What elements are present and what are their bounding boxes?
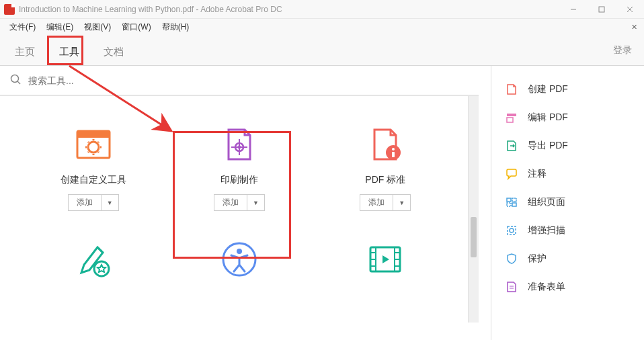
accessibility-icon bbox=[218, 238, 261, 281]
search-input[interactable] bbox=[28, 75, 469, 86]
svg-rect-31 bbox=[507, 203, 511, 206]
tool-card-accessibility[interactable] bbox=[172, 238, 307, 289]
svg-point-34 bbox=[510, 228, 514, 232]
print-production-icon bbox=[218, 123, 261, 166]
window-title: Introduction to Machine Learning with Py… bbox=[19, 5, 559, 14]
sidebar-item-label: 增强扫描 bbox=[528, 224, 565, 237]
svg-point-8 bbox=[88, 142, 99, 153]
sidebar-item-label: 组织页面 bbox=[528, 196, 565, 208]
menu-edit[interactable]: 编辑(E) bbox=[41, 22, 79, 33]
tab-home[interactable]: 主页 bbox=[11, 40, 39, 65]
svg-rect-33 bbox=[508, 226, 516, 235]
tool-card-custom[interactable]: 创建自定义工具 添加 ▼ bbox=[26, 123, 161, 211]
media-icon bbox=[364, 238, 407, 281]
title-bar: Introduction to Machine Learning with Py… bbox=[0, 0, 644, 19]
sidebar-item-label: 注释 bbox=[528, 168, 547, 180]
protect-icon bbox=[505, 252, 518, 265]
tool-card-media[interactable] bbox=[318, 238, 452, 289]
enhance-scan-icon bbox=[505, 224, 518, 237]
svg-rect-13 bbox=[392, 148, 395, 151]
tab-tools[interactable]: 工具 bbox=[55, 40, 83, 65]
tool-title: 印刷制作 bbox=[220, 174, 258, 186]
search-bar bbox=[0, 66, 479, 95]
svg-rect-28 bbox=[507, 118, 513, 122]
sidebar-item-label: 准备表单 bbox=[528, 281, 565, 293]
login-link[interactable]: 登录 bbox=[613, 44, 632, 56]
tool-card-certificates[interactable] bbox=[26, 238, 161, 289]
menu-bar: 文件(F) 编辑(E) 视图(V) 窗口(W) 帮助(H) ✕ bbox=[0, 19, 644, 35]
app-icon bbox=[4, 4, 15, 15]
right-panel: 创建 PDF 编辑 PDF 导出 PDF 注释 组织页面 增强扫描 保护 准备表… bbox=[491, 66, 644, 340]
chevron-down-icon: ▼ bbox=[393, 198, 410, 208]
menu-file[interactable]: 文件(F) bbox=[4, 22, 41, 33]
svg-line-5 bbox=[17, 81, 20, 84]
pdf-standard-icon bbox=[364, 123, 407, 166]
add-button[interactable]: 添加 ▼ bbox=[68, 194, 119, 211]
svg-point-17 bbox=[237, 249, 242, 254]
menu-view[interactable]: 视图(V) bbox=[79, 22, 116, 33]
sidebar-item-enhance-scan[interactable]: 增强扫描 bbox=[491, 216, 644, 245]
menu-help[interactable]: 帮助(H) bbox=[157, 22, 195, 33]
tools-panel: 创建自定义工具 添加 ▼ 印刷制作 添加 bbox=[0, 95, 479, 323]
add-button-label: 添加 bbox=[360, 195, 393, 210]
sidebar-item-label: 编辑 PDF bbox=[528, 112, 568, 124]
create-pdf-icon bbox=[505, 83, 518, 96]
scrollbar[interactable] bbox=[468, 96, 479, 323]
add-button[interactable]: 添加 ▼ bbox=[214, 194, 265, 211]
svg-rect-29 bbox=[507, 198, 511, 202]
sidebar-item-organize[interactable]: 组织页面 bbox=[491, 188, 644, 216]
tool-card-print[interactable]: 印刷制作 添加 ▼ bbox=[172, 123, 307, 211]
add-button-label: 添加 bbox=[69, 195, 102, 210]
tools-grid: 创建自定义工具 添加 ▼ 印刷制作 添加 bbox=[0, 96, 479, 323]
certificates-icon bbox=[72, 238, 115, 281]
svg-rect-14 bbox=[392, 152, 395, 157]
secondary-close-icon[interactable]: ✕ bbox=[631, 23, 637, 32]
export-pdf-icon bbox=[505, 139, 518, 153]
svg-rect-7 bbox=[77, 131, 110, 138]
chevron-down-icon: ▼ bbox=[247, 198, 264, 208]
svg-rect-27 bbox=[507, 114, 516, 116]
window-controls bbox=[559, 1, 644, 18]
svg-rect-32 bbox=[512, 203, 516, 206]
tool-card-pdf-standard[interactable]: PDF 标准 添加 ▼ bbox=[318, 123, 452, 211]
sidebar-item-edit-pdf[interactable]: 编辑 PDF bbox=[491, 103, 644, 132]
add-button-label: 添加 bbox=[214, 195, 247, 210]
comment-icon bbox=[505, 167, 518, 181]
organize-icon bbox=[505, 196, 518, 209]
close-button[interactable] bbox=[616, 1, 644, 18]
tool-title: 创建自定义工具 bbox=[61, 174, 126, 186]
minimize-button[interactable] bbox=[559, 1, 588, 18]
tool-title: PDF 标准 bbox=[365, 174, 405, 186]
tab-bar: 主页 工具 文档 登录 bbox=[0, 35, 644, 66]
maximize-button[interactable] bbox=[588, 1, 616, 18]
chevron-down-icon: ▼ bbox=[102, 198, 118, 208]
edit-pdf-icon bbox=[505, 111, 518, 124]
tab-document[interactable]: 文档 bbox=[99, 40, 128, 65]
prepare-form-icon bbox=[505, 280, 518, 294]
svg-rect-1 bbox=[599, 7, 604, 12]
add-button[interactable]: 添加 ▼ bbox=[360, 194, 411, 211]
sidebar-item-prepare-form[interactable]: 准备表单 bbox=[491, 273, 644, 301]
sidebar-item-label: 保护 bbox=[528, 253, 547, 265]
svg-rect-30 bbox=[512, 198, 516, 202]
sidebar-item-label: 导出 PDF bbox=[528, 140, 568, 152]
sidebar-item-label: 创建 PDF bbox=[528, 83, 568, 95]
svg-point-4 bbox=[11, 75, 19, 82]
custom-tool-icon bbox=[72, 123, 115, 166]
search-icon bbox=[9, 73, 22, 88]
scroll-thumb[interactable] bbox=[471, 217, 477, 257]
sidebar-item-comment[interactable]: 注释 bbox=[491, 160, 644, 188]
sidebar-item-protect[interactable]: 保护 bbox=[491, 245, 644, 273]
menu-window[interactable]: 窗口(W) bbox=[116, 22, 156, 33]
sidebar-item-export-pdf[interactable]: 导出 PDF bbox=[491, 132, 644, 160]
sidebar-item-create-pdf[interactable]: 创建 PDF bbox=[491, 75, 644, 103]
